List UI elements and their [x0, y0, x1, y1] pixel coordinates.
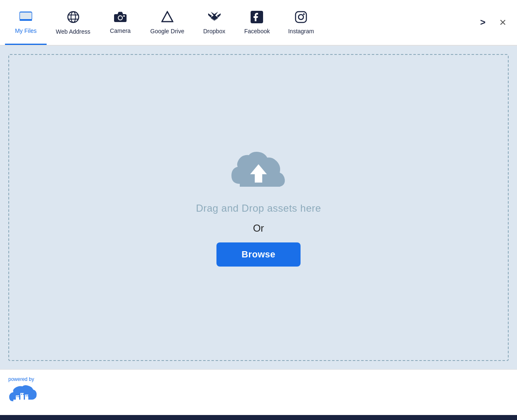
drag-drop-text: Drag and Drop assets here — [196, 203, 321, 214]
tab-facebook[interactable]: Facebook — [235, 0, 279, 45]
laptop-icon — [18, 11, 33, 25]
facebook-icon — [251, 11, 263, 25]
tab-camera-label: Camera — [110, 27, 131, 34]
upload-cloud-icon — [227, 148, 290, 194]
svg-point-23 — [303, 13, 305, 15]
tab-my-files-label: My Files — [15, 27, 37, 34]
svg-point-22 — [298, 15, 303, 20]
drop-zone[interactable]: Drag and Drop assets here Or Browse — [8, 54, 509, 361]
svg-rect-31 — [23, 394, 24, 395]
globe-icon — [67, 10, 80, 26]
nav-more-button[interactable]: > — [475, 15, 490, 30]
svg-rect-29 — [18, 396, 19, 397]
or-text: Or — [253, 222, 264, 234]
svg-line-12 — [162, 12, 167, 22]
svg-rect-32 — [26, 395, 27, 396]
instagram-icon — [295, 11, 307, 25]
svg-line-13 — [167, 12, 173, 22]
svg-rect-1 — [20, 20, 32, 21]
svg-marker-18 — [217, 13, 221, 17]
tab-dropbox-label: Dropbox — [203, 28, 225, 35]
svg-rect-10 — [123, 15, 125, 17]
svg-rect-28 — [17, 396, 17, 397]
footer: powered by — [0, 369, 517, 415]
powered-by-text: powered by — [8, 376, 34, 382]
tab-web-address[interactable]: Web Address — [47, 0, 99, 45]
svg-rect-33 — [27, 395, 28, 396]
powered-by-wrap: powered by — [8, 376, 37, 408]
tab-instagram-label: Instagram — [288, 28, 314, 35]
top-navigation: My Files Web Address — [0, 0, 517, 46]
svg-marker-11 — [162, 12, 173, 22]
tab-dropbox[interactable]: Dropbox — [194, 0, 235, 45]
nav-close-button[interactable]: × — [494, 13, 512, 32]
svg-rect-30 — [21, 394, 22, 395]
tab-camera[interactable]: Camera — [99, 0, 141, 45]
main-content: Drag and Drop assets here Or Browse — [0, 46, 517, 369]
tab-web-address-label: Web Address — [56, 28, 90, 35]
nav-tabs-container: My Files Web Address — [5, 0, 475, 45]
tab-instagram[interactable]: Instagram — [279, 0, 323, 45]
tab-my-files[interactable]: My Files — [5, 0, 47, 45]
svg-point-3 — [68, 12, 79, 22]
tab-google-drive-label: Google Drive — [150, 28, 184, 35]
svg-rect-21 — [296, 12, 306, 22]
svg-point-4 — [71, 12, 75, 22]
svg-marker-17 — [208, 13, 212, 17]
browse-button[interactable]: Browse — [216, 242, 300, 267]
powered-by-logo — [8, 384, 37, 408]
svg-rect-2 — [20, 12, 32, 19]
bottom-bar — [0, 415, 517, 420]
dropbox-icon — [207, 11, 221, 25]
upload-icon-wrap — [227, 148, 290, 194]
tab-facebook-label: Facebook — [244, 28, 270, 35]
svg-point-9 — [119, 16, 122, 20]
camera-icon — [113, 11, 127, 25]
tab-google-drive[interactable]: Google Drive — [141, 0, 194, 45]
google-drive-icon — [160, 11, 174, 25]
